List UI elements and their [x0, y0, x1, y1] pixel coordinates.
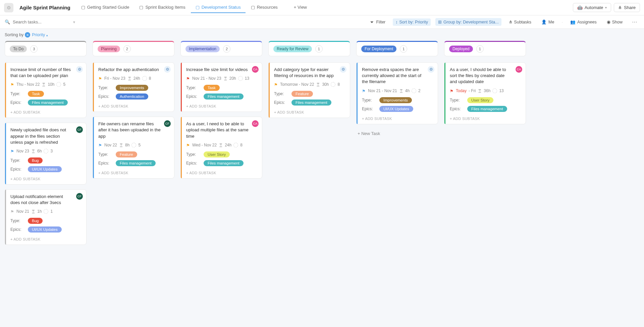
share-button[interactable]: ⋔ Share: [614, 3, 640, 12]
add-subtask-button[interactable]: + ADD SUBTASK: [361, 115, 433, 121]
epic-tag[interactable]: Files management: [116, 160, 156, 166]
type-tag[interactable]: Task: [28, 91, 44, 97]
epic-tag[interactable]: UI/UX Updates: [379, 106, 413, 112]
tab-sprint-backlog-items[interactable]: ▢Sprint Backlog Items: [135, 2, 190, 13]
automate-label: Automate: [585, 5, 603, 10]
add-subtask-button[interactable]: + ADD SUBTASK: [10, 235, 82, 242]
gear-icon[interactable]: [164, 66, 171, 73]
card-meta: ⚑Tomorrow - Nov 2230h8: [273, 82, 345, 87]
flag-icon[interactable]: ⚑: [10, 149, 14, 153]
flag-icon[interactable]: ⚑: [186, 76, 190, 80]
sortby-button[interactable]: ↕ Sort by: Priority: [393, 18, 431, 26]
column-header[interactable]: Planning2: [93, 41, 174, 56]
card-meta: ⚑Nov 211h1: [10, 209, 82, 214]
add-subtask-button[interactable]: + ADD SUBTASK: [98, 169, 169, 176]
column-header[interactable]: Ready for Review1: [268, 41, 350, 56]
type-tag[interactable]: Task: [204, 85, 220, 91]
type-tag[interactable]: Bug: [28, 157, 43, 164]
epic-tag[interactable]: Files management: [467, 106, 507, 112]
flag-icon[interactable]: ⚑: [450, 89, 454, 93]
add-subtask-button[interactable]: + ADD SUBTASK: [10, 108, 82, 115]
tab--view[interactable]: + View: [283, 2, 312, 13]
column-count: 1: [400, 45, 407, 53]
flag-icon[interactable]: ⚑: [10, 209, 14, 213]
task-card[interactable]: CFNewly uploaded file does not appear in…: [5, 123, 87, 185]
clear-sort-button[interactable]: ✕: [25, 32, 30, 38]
tab-development-status[interactable]: ▢Development Status: [191, 2, 246, 13]
flag-icon[interactable]: ⚑: [10, 82, 14, 86]
filter-button[interactable]: ⏷ Filter: [367, 18, 388, 26]
flag-icon[interactable]: ⚑: [98, 143, 102, 147]
gear-icon[interactable]: [340, 66, 346, 73]
show-button[interactable]: ◉ Show: [604, 18, 625, 26]
epic-tag[interactable]: UI/UX Updates: [28, 166, 62, 172]
assignee-avatar[interactable]: CF: [76, 126, 83, 133]
type-tag[interactable]: User Story: [204, 151, 230, 157]
card-title: Remove extra spaces the are currently al…: [361, 67, 433, 85]
assignee-avatar[interactable]: CA: [516, 66, 522, 73]
epic-tag[interactable]: Files management: [204, 93, 244, 100]
flag-icon[interactable]: ⚑: [186, 143, 190, 147]
task-card[interactable]: CAAs a user, I should be able to sort th…: [444, 62, 526, 124]
task-card[interactable]: Increase limit of number of files that c…: [5, 62, 87, 118]
more-menu[interactable]: ⋯: [630, 19, 639, 25]
task-card[interactable]: CAAs a user, I need to be able to upload…: [180, 117, 262, 179]
add-subtask-button[interactable]: + ADD SUBTASK: [10, 175, 82, 182]
search-box[interactable]: 🔍 ▾: [5, 19, 75, 24]
tab-resources[interactable]: ▢Resources: [246, 2, 282, 13]
column-count: 1: [476, 45, 484, 53]
search-input[interactable]: [13, 19, 70, 24]
me-label: Me: [548, 20, 554, 24]
flag-icon[interactable]: ⚑: [98, 76, 102, 80]
flag-icon[interactable]: ⚑: [362, 89, 366, 93]
kanban-board: To Do3Increase limit of number of files …: [0, 41, 644, 256]
people-icon: 👥: [570, 19, 576, 24]
groupby-button[interactable]: ⊞ Group by: Development Sta...: [435, 18, 501, 26]
epic-tag[interactable]: Files management: [204, 160, 244, 166]
type-tag[interactable]: User Story: [467, 97, 493, 103]
column-header[interactable]: For Deployment1: [356, 41, 438, 56]
add-subtask-button[interactable]: + ADD SUBTASK: [185, 102, 257, 109]
card-title: Upload notification element does not clo…: [10, 194, 82, 206]
column-header[interactable]: Deployed1: [444, 41, 526, 56]
tab-getting-started-guide[interactable]: ▢Getting Started Guide: [76, 2, 134, 13]
epic-tag[interactable]: Files management: [291, 100, 331, 106]
epic-tag[interactable]: Files management: [28, 100, 68, 106]
card-points: 2: [418, 88, 421, 93]
subtasks-button[interactable]: ⋔ Subtasks: [506, 18, 534, 26]
type-tag[interactable]: Feature: [291, 91, 313, 97]
gear-icon[interactable]: [76, 66, 83, 73]
assignee-avatar[interactable]: CA: [252, 66, 259, 73]
epic-tag[interactable]: Authentication: [116, 93, 148, 100]
task-card[interactable]: Add category type for easier filtering o…: [268, 62, 350, 118]
column-count: 2: [123, 45, 131, 53]
assignees-button[interactable]: 👥 Assignees: [568, 18, 599, 26]
epic-tag[interactable]: UI/UX Updates: [28, 226, 62, 233]
type-tag[interactable]: Bug: [28, 218, 43, 224]
column-header[interactable]: To Do3: [5, 41, 87, 56]
flag-icon[interactable]: ⚑: [274, 82, 278, 86]
type-tag[interactable]: Improvements: [379, 97, 412, 103]
gear-icon[interactable]: [428, 66, 434, 73]
assignee-avatar[interactable]: CF: [164, 120, 171, 127]
task-card[interactable]: CAIncrease file size limit for videos⚑No…: [180, 62, 262, 112]
chevron-down-icon[interactable]: ▾: [73, 20, 75, 24]
new-task-button[interactable]: + New Task: [356, 129, 438, 138]
sorting-field[interactable]: Priority: [32, 32, 45, 37]
task-card[interactable]: Remove extra spaces the are currently al…: [356, 62, 438, 124]
add-subtask-button[interactable]: + ADD SUBTASK: [273, 108, 345, 115]
type-tag[interactable]: Improvements: [116, 85, 148, 91]
task-card[interactable]: CFUpload notification element does not c…: [5, 189, 87, 245]
task-card[interactable]: Refactor the app authentication⚑Fri - No…: [93, 62, 174, 112]
column-header[interactable]: Implementation2: [180, 41, 262, 56]
add-subtask-button[interactable]: + ADD SUBTASK: [98, 102, 169, 109]
assignee-avatar[interactable]: CA: [252, 120, 259, 127]
type-tag[interactable]: Feature: [116, 151, 137, 157]
me-button[interactable]: 👤 Me: [539, 18, 557, 26]
task-card[interactable]: CFFile owners can rename files after it …: [93, 117, 174, 179]
add-subtask-button[interactable]: + ADD SUBTASK: [185, 169, 257, 176]
add-subtask-button[interactable]: + ADD SUBTASK: [449, 115, 521, 121]
type-label: Type:: [186, 85, 200, 90]
assignee-avatar[interactable]: CF: [76, 193, 83, 200]
automate-button[interactable]: 🤖 Automate ▾: [573, 3, 611, 12]
